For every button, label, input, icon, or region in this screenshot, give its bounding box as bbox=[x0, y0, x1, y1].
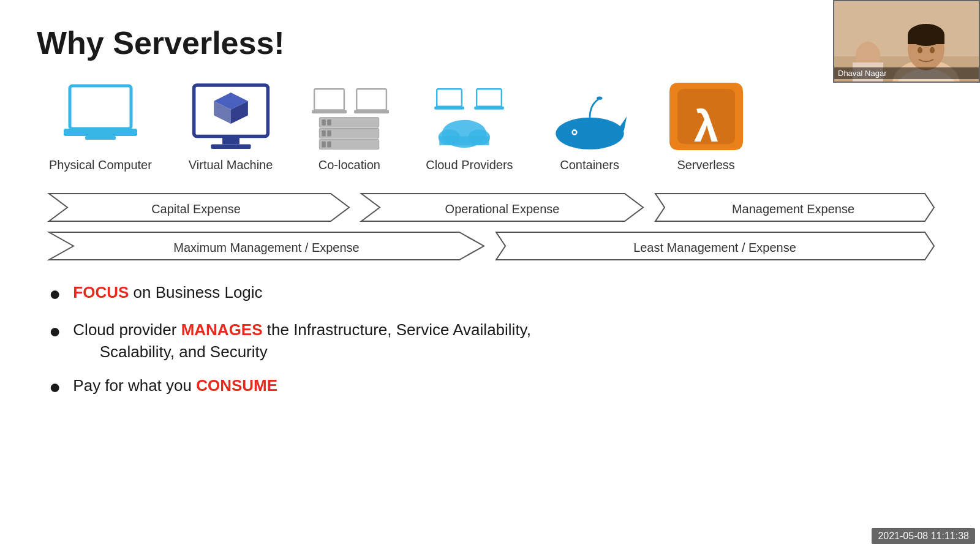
svg-rect-29 bbox=[440, 137, 489, 146]
svg-rect-12 bbox=[354, 110, 389, 113]
svg-text:Capital Expense: Capital Expense bbox=[151, 202, 241, 216]
svg-point-42 bbox=[597, 97, 602, 100]
arrow-row-2: Maximum Management / Expense Least Manag… bbox=[43, 229, 937, 263]
docker-icon bbox=[550, 80, 630, 153]
icon-containers: Containers bbox=[550, 80, 630, 172]
svg-rect-0 bbox=[70, 86, 131, 129]
bullet-item-3: ● Pay for what you CONSUME bbox=[49, 374, 943, 401]
bullet-list: ● FOCUS on Business Logic ● Cloud provid… bbox=[37, 281, 943, 400]
svg-rect-24 bbox=[477, 89, 502, 106]
bullet-dot-3: ● bbox=[49, 373, 61, 401]
svg-rect-11 bbox=[357, 89, 387, 110]
slide-title: Why Serverless! bbox=[37, 25, 943, 61]
svg-rect-2 bbox=[85, 136, 116, 140]
svg-text:Least Management / Expense: Least Management / Expense bbox=[633, 241, 796, 254]
svg-rect-35 bbox=[598, 108, 609, 116]
icon-label-containers: Containers bbox=[560, 158, 619, 172]
bullet-text-3: Pay for what you CONSUME bbox=[73, 374, 277, 396]
svg-rect-39 bbox=[575, 91, 586, 99]
webcam-name-label: Dhaval Nagar bbox=[834, 67, 979, 79]
svg-point-62 bbox=[930, 47, 935, 53]
bullet-item-2: ● Cloud provider MANAGES the Infrastruct… bbox=[49, 319, 943, 363]
svg-rect-16 bbox=[322, 119, 326, 126]
bullet-text-1: FOCUS on Business Logic bbox=[73, 281, 262, 303]
laptop-icon bbox=[61, 80, 140, 153]
svg-rect-22 bbox=[437, 89, 462, 106]
svg-rect-19 bbox=[328, 131, 332, 137]
arrows-section: Capital Expense Operational Expense Mana… bbox=[37, 191, 943, 263]
bullet-item-1: ● FOCUS on Business Logic bbox=[49, 281, 943, 308]
svg-rect-17 bbox=[328, 119, 332, 126]
svg-rect-37 bbox=[575, 99, 586, 107]
bullet-1-suffix: on Business Logic bbox=[134, 283, 263, 301]
svg-rect-1 bbox=[64, 129, 137, 136]
monitor-icon bbox=[191, 80, 271, 153]
highlight-focus: FOCUS bbox=[73, 283, 129, 301]
slide: Why Serverless! Physical Computer bbox=[0, 0, 980, 549]
bullet-dot-1: ● bbox=[49, 280, 61, 308]
svg-text:Management Expense: Management Expense bbox=[732, 202, 854, 216]
svg-rect-9 bbox=[314, 89, 344, 110]
svg-rect-33 bbox=[575, 108, 586, 116]
icon-cloud-providers: Cloud Providers bbox=[426, 80, 513, 172]
svg-text:Operational Expense: Operational Expense bbox=[445, 202, 560, 216]
svg-rect-23 bbox=[435, 107, 465, 110]
cloud-icon bbox=[429, 80, 509, 153]
icon-serverless: λ Serverless bbox=[666, 80, 746, 172]
icon-label-cloud: Cloud Providers bbox=[426, 158, 513, 172]
svg-rect-25 bbox=[475, 107, 505, 110]
arrows-row1-svg: Capital Expense Operational Expense Mana… bbox=[43, 191, 937, 224]
svg-rect-34 bbox=[587, 108, 597, 116]
svg-point-61 bbox=[918, 47, 922, 53]
arrow-row-1: Capital Expense Operational Expense Mana… bbox=[43, 191, 937, 224]
icons-row: Physical Computer Virtual bbox=[37, 80, 943, 172]
svg-text:λ: λ bbox=[694, 102, 718, 151]
svg-rect-55 bbox=[834, 1, 980, 56]
webcam-overlay: Dhaval Nagar bbox=[833, 0, 980, 83]
highlight-manages: MANAGES bbox=[181, 320, 263, 339]
svg-point-41 bbox=[573, 131, 576, 134]
svg-rect-21 bbox=[328, 142, 332, 148]
svg-rect-4 bbox=[222, 137, 239, 145]
svg-rect-32 bbox=[564, 108, 575, 116]
icon-label-serverless: Serverless bbox=[677, 158, 734, 172]
svg-marker-31 bbox=[618, 116, 627, 131]
bullet-text-2: Cloud provider MANAGES the Infrastructur… bbox=[73, 319, 531, 363]
timestamp: 2021-05-08 11:11:38 bbox=[872, 528, 975, 544]
svg-text:Maximum Management / Expense: Maximum Management / Expense bbox=[173, 241, 359, 254]
bullet-3-prefix: Pay for what you bbox=[73, 376, 196, 395]
svg-rect-18 bbox=[322, 131, 326, 137]
icon-label-vm: Virtual Machine bbox=[189, 158, 273, 172]
icon-label-physical: Physical Computer bbox=[49, 158, 152, 172]
svg-point-30 bbox=[556, 118, 624, 150]
svg-rect-20 bbox=[322, 142, 326, 148]
icon-co-location: Co-location bbox=[309, 80, 389, 172]
svg-rect-5 bbox=[211, 145, 251, 149]
icon-physical-computer: Physical Computer bbox=[49, 80, 152, 172]
svg-rect-36 bbox=[564, 99, 575, 107]
bullet-dot-2: ● bbox=[49, 317, 61, 345]
icon-label-colocation: Co-location bbox=[318, 158, 380, 172]
svg-rect-60 bbox=[908, 35, 944, 44]
arrows-row2-svg: Maximum Management / Expense Least Manag… bbox=[43, 229, 937, 263]
icon-virtual-machine: Virtual Machine bbox=[189, 80, 273, 172]
highlight-consume: CONSUME bbox=[196, 376, 277, 395]
svg-rect-10 bbox=[312, 110, 347, 113]
bullet-2-prefix: Cloud provider bbox=[73, 320, 181, 339]
server-rack-icon bbox=[309, 80, 389, 153]
lambda-icon: λ bbox=[666, 80, 746, 153]
